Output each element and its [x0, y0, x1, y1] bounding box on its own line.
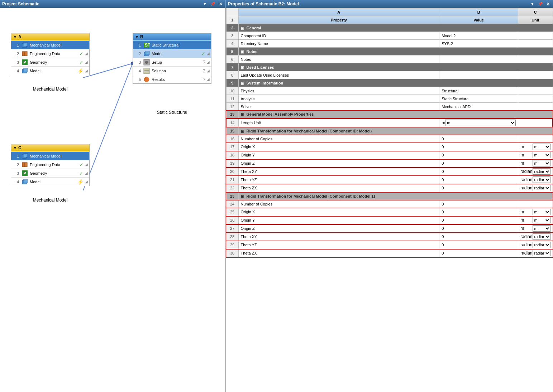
row-c4-label: Model — [30, 180, 77, 184]
section-used-licenses: 7 ▣ Used Licenses — [226, 63, 553, 71]
right-pin-icon[interactable]: 📌 — [537, 2, 544, 6]
theta-yz-1-unit-text: radian — [520, 177, 532, 182]
origin-x-1-unit-dropdown[interactable]: m — [533, 144, 550, 150]
origin-y-1-unit[interactable]: m m — [518, 151, 553, 159]
right-panel: Properties of Schematic B2: Model ▼ 📌 ✕ — [226, 0, 553, 392]
right-panel-controls: ▼ 📌 ✕ — [529, 2, 551, 6]
theta-xy-1-unit-dropdown[interactable]: radian — [533, 168, 550, 175]
theta-xy-2-unit[interactable]: radian radian — [518, 233, 553, 241]
box-b-title: B — [140, 34, 143, 39]
origin-y-2-unit[interactable]: m m — [518, 216, 553, 224]
theta-xy-2-unit-text: radian — [520, 234, 532, 239]
row-origin-z-2: 27 Origin Z 0 m m — [226, 224, 553, 233]
row-c4[interactable]: 4 Model ⚡ ◢ — [11, 177, 89, 186]
theta-xy-1-unit[interactable]: radian radian — [518, 168, 553, 176]
physics-value: Structural — [439, 87, 518, 95]
rigid1-collapse[interactable]: ▣ — [241, 129, 244, 133]
row7-num: 7 — [226, 63, 238, 71]
properties-table-wrap[interactable]: A B C 1 Property Value Unit — [226, 8, 553, 392]
property-header: Property — [238, 16, 439, 24]
left-panel: Project Schematic ▼ 📌 ✕ — [0, 0, 226, 392]
box-c-arrow[interactable]: ▼ — [13, 146, 17, 150]
properties-container: A B C 1 Property Value Unit — [226, 8, 553, 392]
row-b2-status: ✓ — [201, 51, 205, 57]
row-a4-status: ⚡ — [77, 68, 84, 74]
pin-button[interactable]: ▼ — [202, 2, 208, 6]
row-a4[interactable]: 4 Model ⚡ ◢ — [11, 66, 89, 75]
cube-icon-a1 — [21, 42, 28, 49]
theta-yz-2-unit[interactable]: radian radian — [518, 241, 553, 249]
theta-zx-2-unit[interactable]: radian radian — [518, 249, 553, 257]
row3-num: 3 — [226, 32, 238, 40]
svg-rect-8 — [23, 68, 28, 72]
origin-z-1-unit[interactable]: m m — [518, 159, 553, 168]
component-box-c: ▼ C 1 Mechanical Model 2 — [11, 144, 90, 186]
right-panel-title: Properties of Schematic B2: Model — [228, 1, 299, 6]
svg-text:ST: ST — [145, 43, 150, 48]
row-c1[interactable]: 1 Mechanical Model — [11, 151, 89, 160]
row-c2-arrow: ◢ — [85, 163, 88, 166]
theta-zx-1-unit[interactable]: radian radian — [518, 184, 553, 192]
row-b2[interactable]: 2 Model ✓ ◢ — [133, 49, 211, 58]
theta-yz-2-unit-text: radian — [520, 242, 532, 247]
origin-x-1-unit[interactable]: m m — [518, 143, 553, 151]
origin-z-2-unit[interactable]: m m — [518, 224, 553, 233]
right-pin-button[interactable]: ▼ — [529, 2, 535, 6]
origin-z-1-unit-dropdown[interactable]: m — [533, 160, 550, 166]
row-theta-zx-1: 22 Theta ZX 0 radian radian — [226, 184, 553, 192]
theta-zx-2-unit-text: radian — [520, 251, 532, 256]
row-directory-name: 4 Directory Name SYS-2 — [226, 40, 553, 48]
col-c-header: C — [518, 8, 553, 16]
row-a2-status: ✓ — [79, 51, 84, 57]
row-copies-2: 24 Number of Copies 0 — [226, 200, 553, 208]
notes-collapse[interactable]: ▣ — [241, 50, 244, 54]
origin-z-2-unit-dropdown[interactable]: m — [533, 225, 550, 232]
row-c2[interactable]: 2 Engineering Data ✓ ◢ — [11, 160, 89, 169]
theta-yz-2-unit-dropdown[interactable]: radian — [533, 242, 550, 248]
theta-zx-1-unit-dropdown[interactable]: radian — [533, 185, 550, 191]
row-b4[interactable]: 4 Solution ? ◢ — [133, 66, 211, 75]
theta-yz-2-label: Theta YZ — [238, 241, 439, 249]
col-a-header: A — [238, 8, 439, 16]
origin-y-2-unit-dropdown[interactable]: m — [533, 217, 550, 223]
box-b-arrow[interactable]: ▼ — [135, 35, 139, 39]
row-a3-label: Geometry — [30, 60, 79, 64]
close-button[interactable]: ✕ — [218, 2, 223, 6]
row-c3[interactable]: 3 P Geometry ✓ ◢ — [11, 169, 89, 177]
row-b1[interactable]: 1 ST Static Structural — [133, 40, 211, 49]
origin-x-2-unit[interactable]: m m — [518, 208, 553, 216]
theta-zx-2-unit-dropdown[interactable]: radian — [533, 250, 550, 256]
theta-zx-2-value: 0 — [439, 249, 518, 257]
theta-yz-1-unit-dropdown[interactable]: radian — [533, 176, 550, 183]
used-licenses-section-label: ▣ Used Licenses — [238, 63, 553, 71]
row-b3[interactable]: 3 Setup ? ◢ — [133, 58, 211, 66]
row-origin-x-2: 25 Origin X 0 m m — [226, 208, 553, 216]
general-model-collapse[interactable]: ▣ — [241, 112, 244, 116]
origin-y-1-unit-dropdown[interactable]: m — [533, 152, 550, 158]
licenses-collapse[interactable]: ▣ — [241, 66, 244, 69]
row-analysis: 11 Analysis Static Structural — [226, 95, 553, 103]
origin-x-1-label: Origin X — [238, 143, 439, 151]
pin-icon[interactable]: 📌 — [209, 2, 216, 6]
box-a-arrow[interactable]: ▼ — [13, 35, 17, 39]
geo-icon-a3: P — [21, 59, 28, 66]
length-unit-value[interactable]: m m mm cm in ft — [439, 118, 518, 127]
origin-y-2-value: 0 — [439, 216, 518, 224]
rigid2-collapse[interactable]: ▣ — [241, 194, 244, 198]
general-collapse[interactable]: ▣ — [241, 26, 244, 30]
length-unit-dropdown[interactable]: m mm cm in ft — [445, 120, 516, 126]
length-unit-text: m — [442, 120, 445, 125]
geo-icon-c3: P — [21, 170, 28, 177]
row-a1[interactable]: 1 Mechanical Model — [11, 40, 89, 49]
row-b3-num: 3 — [134, 60, 141, 64]
origin-x-2-unit-dropdown[interactable]: m — [533, 209, 550, 215]
right-close-button[interactable]: ✕ — [545, 2, 551, 6]
sysinfo-collapse[interactable]: ▣ — [241, 81, 244, 85]
theta-xy-2-unit-dropdown[interactable]: radian — [533, 233, 550, 240]
row-b3-status: ? — [202, 59, 205, 65]
row-b5[interactable]: 5 Results ? ◢ — [133, 75, 211, 83]
row-a3[interactable]: 3 P Geometry ✓ ◢ — [11, 58, 89, 66]
results-icon-b5 — [143, 76, 150, 83]
theta-yz-1-unit[interactable]: radian radian — [518, 176, 553, 184]
row-a2[interactable]: 2 Engineering Data ✓ ◢ — [11, 49, 89, 58]
